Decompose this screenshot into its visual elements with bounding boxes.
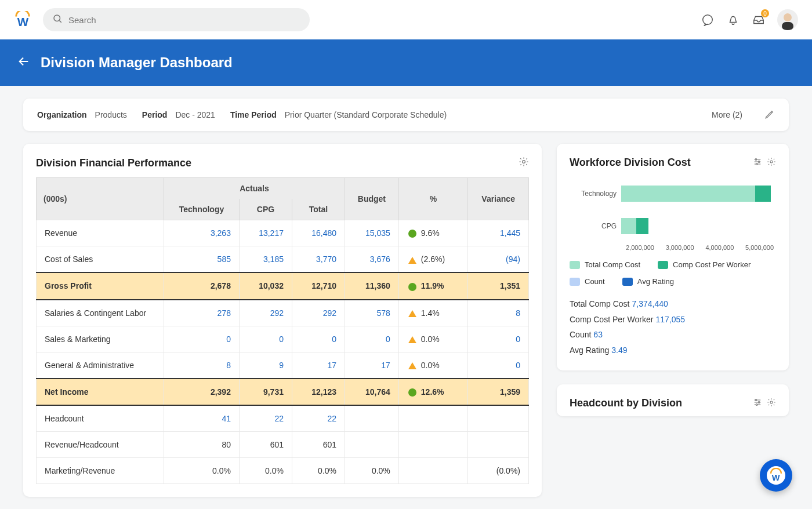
col-header-pct: % [398,178,467,220]
workforce-summary: Total Comp Cost7,374,440Comp Cost Per Wo… [570,296,776,358]
filter-org-label: Organization [37,110,87,119]
search-icon [52,13,63,26]
col-header-budget: Budget [345,178,399,220]
col-header-actuals: Actuals [164,178,345,199]
svg-point-8 [758,161,760,162]
summary-row: Avg Rating3.49 [570,343,776,358]
col-header-total: Total [292,199,345,220]
workforce-chart: Technology CPG 2,000,000 3,000,000 4,000… [572,179,774,251]
svg-point-10 [770,161,773,163]
table-row: Salaries & Contingent Labor2782922925781… [37,300,529,326]
page-title: Division Manager Dashboard [41,54,233,71]
page-header: Division Manager Dashboard [0,39,812,86]
chart-axis: 2,000,000 3,000,000 4,000,000 5,000,000 [626,244,774,251]
legend-item[interactable]: Total Comp Cost [570,260,640,269]
col-header-variance: Variance [468,178,529,220]
workday-logo[interactable]: W [14,11,31,28]
financial-table: (000s) Actuals Budget % Variance Technol… [36,177,529,484]
table-row: Revenue3,26313,21716,48015,0359.6%1,445 [37,220,529,246]
filter-period-label: Period [142,110,168,119]
sliders-icon[interactable] [753,398,762,409]
gear-icon[interactable] [519,157,529,169]
workforce-card: Workforce Division Cost Technology CPG [557,144,789,370]
table-row: Marketing/Revenue0.0%0.0%0.0%0.0%(0.0%) [37,457,529,483]
summary-row: Count63 [570,327,776,343]
sliders-icon[interactable] [753,157,762,169]
legend-item[interactable]: Count [570,277,605,286]
table-row: Sales & Marketing00000.0%0 [37,326,529,352]
svg-point-13 [756,404,757,406]
col-header-tech: Technology [164,199,240,220]
svg-point-14 [770,401,773,403]
chart-legend: Total Comp CostComp Cost Per WorkerCount… [570,260,776,286]
financial-card: Division Financial Performance (000s) Ac… [23,144,542,497]
svg-point-3 [703,15,713,25]
table-row: General & Administrative8917170.0%0 [37,352,529,379]
headcount-card: Headcount by Division [557,384,789,416]
filter-more[interactable]: More (2) [712,110,742,119]
edit-filters-icon[interactable] [764,109,775,121]
avatar[interactable] [777,9,798,30]
summary-row: Comp Cost Per Worker117,055 [570,312,776,328]
legend-item[interactable]: Comp Cost Per Worker [658,260,751,269]
table-row: Cost of Sales5853,1853,7703,676(2.6%)(94… [37,246,529,273]
svg-text:W: W [17,15,29,28]
filter-time-value[interactable]: Prior Quarter (Standard Corporate Schedu… [285,110,447,119]
summary-row: Total Comp Cost7,374,440 [570,296,776,312]
gear-icon[interactable] [767,157,776,169]
svg-point-9 [756,163,757,165]
svg-point-11 [755,399,757,401]
inbox-icon[interactable]: 0 [752,13,766,27]
chat-icon[interactable] [701,13,715,27]
filter-bar: Organization Products Period Dec - 2021 … [23,99,789,131]
chart-bar-technology: Technology [572,179,774,208]
gear-icon[interactable] [767,398,776,409]
svg-text:W: W [772,473,780,482]
col-header-000s: (000s) [37,178,164,220]
table-row: Net Income2,3929,73112,12310,76412.6%1,3… [37,379,529,405]
back-arrow-icon[interactable] [17,55,30,70]
svg-rect-5 [782,22,793,30]
search-input[interactable] [68,15,300,25]
svg-point-6 [523,161,525,163]
bell-icon[interactable] [726,13,740,27]
workday-mini-logo: W [767,466,785,485]
chart-bar-cpg: CPG [572,212,774,241]
svg-point-4 [784,13,792,21]
assistant-fab[interactable]: W [760,459,792,492]
svg-point-1 [54,15,60,21]
headcount-title: Headcount by Division [570,397,682,409]
topbar: W 0 [0,0,812,39]
inbox-badge: 0 [761,9,769,17]
col-header-cpg: CPG [239,199,292,220]
svg-point-12 [758,402,760,403]
filter-org-value[interactable]: Products [95,110,127,119]
filter-time-label: Time Period [230,110,277,119]
workforce-title: Workforce Division Cost [570,157,691,169]
financial-title: Division Financial Performance [36,157,191,169]
svg-point-7 [755,158,757,160]
table-row: Headcount412222 [37,405,529,432]
table-row: Gross Profit2,67810,03212,71011,36011.9%… [37,272,529,299]
table-row: Revenue/Headcount80601601 [37,431,529,457]
legend-item[interactable]: Avg Rating [622,277,674,286]
search-box[interactable] [43,8,310,31]
svg-line-2 [59,20,61,22]
filter-period-value[interactable]: Dec - 2021 [175,110,215,119]
